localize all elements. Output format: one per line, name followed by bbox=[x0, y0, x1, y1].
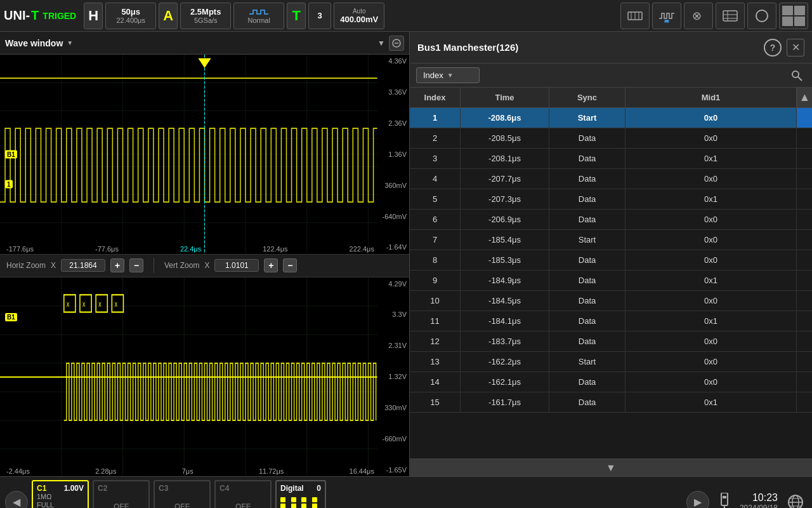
vert-zoom-value[interactable]: 1.0101 bbox=[214, 259, 259, 272]
lower-time-1: 2.28μs bbox=[95, 467, 116, 475]
ch1-marker: 1 bbox=[5, 180, 13, 188]
lower-time-0: -2.44μs bbox=[6, 467, 30, 475]
svg-rect-44 bbox=[64, 295, 75, 312]
c2-name: C2 bbox=[98, 484, 107, 493]
row-spacer bbox=[797, 392, 812, 412]
horiz-zoom-value[interactable]: 21.1864 bbox=[61, 259, 105, 272]
math-icon-btn[interactable]: ⊗ bbox=[684, 3, 713, 29]
waveform-icon-btn[interactable] bbox=[652, 3, 681, 29]
nav-prev-btn[interactable]: ◀ bbox=[5, 491, 28, 509]
lower-voltage-5: -660mV bbox=[382, 435, 407, 443]
lower-voltage-3: 1.32V bbox=[382, 373, 407, 380]
circle-icon-btn[interactable] bbox=[747, 3, 776, 29]
table-row[interactable]: 5 -207.3μs Data 0x1 bbox=[410, 189, 812, 210]
digital-dot-6 bbox=[301, 504, 306, 509]
index-dropdown[interactable]: Index ▼ bbox=[416, 67, 480, 83]
cell-sync: Start bbox=[549, 352, 625, 371]
sample-segment[interactable]: 2.5Mpts 5GSa/s bbox=[180, 3, 231, 29]
trigger-level-segment[interactable]: Auto 400.00mV bbox=[334, 3, 384, 29]
c4-val: OFF bbox=[235, 502, 251, 509]
wave-dropdown-btn[interactable]: ▼ bbox=[377, 39, 385, 48]
table-row[interactable]: 15 -161.7μs Data 0x1 bbox=[410, 392, 812, 413]
table-row[interactable]: 6 -206.9μs Data 0x0 bbox=[410, 210, 812, 230]
cell-time: -207.7μs bbox=[461, 169, 549, 189]
svg-rect-50 bbox=[112, 295, 123, 312]
cell-time: -208.5μs bbox=[461, 128, 549, 148]
c1-impedance: 1MΩ bbox=[37, 493, 84, 500]
lower-voltage-labels: 4.29V 3.3V 2.31V 1.32V 330mV -660mV -1.6… bbox=[382, 277, 407, 477]
b1-lower-marker: B1 bbox=[5, 313, 17, 321]
scroll-down-btn[interactable]: ▼ bbox=[410, 458, 812, 476]
globe-icon[interactable] bbox=[784, 491, 807, 509]
panel-close-btn[interactable]: ✕ bbox=[787, 39, 804, 57]
vert-zoom-minus[interactable]: − bbox=[283, 258, 297, 272]
lower-voltage-1: 3.3V bbox=[382, 311, 407, 318]
col-header-mid1: Mid1 bbox=[625, 88, 797, 107]
table-row[interactable]: 9 -184.9μs Data 0x1 bbox=[410, 271, 812, 291]
mode-segment[interactable]: Normal bbox=[233, 3, 284, 29]
cell-mid1: 0x0 bbox=[625, 372, 797, 392]
nav-next-btn[interactable]: ▶ bbox=[686, 491, 709, 509]
brand-unit: UNI- bbox=[4, 8, 30, 23]
c2-channel-block[interactable]: C2 OFF bbox=[93, 480, 150, 509]
trigger-num: 3 bbox=[318, 11, 322, 20]
trigger-level-label: Auto bbox=[353, 8, 366, 15]
decode-icon-btn[interactable] bbox=[716, 3, 745, 29]
table-row[interactable]: 4 -207.7μs Data 0x0 bbox=[410, 169, 812, 189]
usb-icon bbox=[713, 491, 736, 509]
table-row[interactable]: 11 -184.1μs Data 0x1 bbox=[410, 311, 812, 331]
table-row[interactable]: 14 -162.1μs Data 0x0 bbox=[410, 372, 812, 392]
horiz-zoom-plus[interactable]: + bbox=[110, 258, 124, 272]
wave-minimize-btn[interactable] bbox=[389, 36, 404, 51]
c3-channel-block[interactable]: C3 OFF bbox=[154, 480, 211, 509]
table-row[interactable]: 13 -162.2μs Start 0x0 bbox=[410, 352, 812, 372]
table-row[interactable]: 8 -185.3μs Data 0x0 bbox=[410, 250, 812, 271]
cell-sync: Data bbox=[549, 372, 625, 392]
voltage-label-6: -1.64V bbox=[382, 243, 407, 251]
scroll-up-btn[interactable]: ▲ bbox=[797, 88, 812, 107]
row-spacer bbox=[797, 352, 812, 371]
row-spacer bbox=[797, 271, 812, 290]
horiz-zoom-minus[interactable]: − bbox=[129, 258, 143, 272]
svg-rect-60 bbox=[723, 496, 726, 498]
c1-coupling: FULL bbox=[37, 501, 84, 509]
left-panel: Wave window ▼ ▼ bbox=[0, 32, 409, 476]
upper-waveform[interactable]: 4.36V 3.36V 2.36V 1.36V 360mV -640mV -1.… bbox=[0, 55, 409, 255]
cell-mid1: 0x0 bbox=[625, 291, 797, 311]
c1-channel-block[interactable]: C1 1.00V 1MΩ FULL 1X 0.00V bbox=[32, 480, 89, 509]
right-panel: Bus1 Manchester(126) ? ✕ Index ▼ Index bbox=[409, 32, 812, 476]
panel-help-btn[interactable]: ? bbox=[764, 39, 782, 57]
vert-zoom-plus[interactable]: + bbox=[264, 258, 278, 272]
mode-value bbox=[249, 7, 268, 17]
panel-header: Bus1 Manchester(126) ? ✕ bbox=[410, 32, 812, 64]
digital-block[interactable]: Digital 0 15 bbox=[275, 480, 326, 509]
search-btn[interactable] bbox=[788, 67, 806, 84]
grid-layout-btn[interactable] bbox=[779, 3, 808, 29]
cell-time: -207.3μs bbox=[461, 189, 549, 209]
trigger-num-segment[interactable]: 3 bbox=[308, 3, 331, 29]
cell-mid1: 0x1 bbox=[625, 311, 797, 331]
table-row[interactable]: 10 -184.5μs Data 0x0 bbox=[410, 291, 812, 311]
time-label-2: 22.4μs bbox=[180, 245, 201, 253]
vert-zoom-x: X bbox=[204, 261, 209, 270]
measure-icon-btn[interactable] bbox=[620, 3, 650, 29]
data-table[interactable]: Index Time Sync Mid1 ▲ 1 -208.6μs Start … bbox=[410, 88, 812, 458]
wave-window-header: Wave window ▼ ▼ bbox=[0, 32, 409, 55]
timebase-segment[interactable]: 50μs 22.400μs bbox=[105, 3, 156, 29]
wave-window-dropdown-arrow[interactable]: ▼ bbox=[67, 39, 73, 46]
svg-point-11 bbox=[756, 10, 768, 22]
table-row[interactable]: 1 -208.6μs Start 0x0 bbox=[410, 108, 812, 128]
t-label: T bbox=[287, 3, 306, 29]
lower-waveform[interactable]: x x x x 4.29V 3.3V 2.31V 1.32V 330mV -66… bbox=[0, 277, 409, 477]
voltage-label-2: 2.36V bbox=[382, 119, 407, 127]
cell-sync: Data bbox=[549, 250, 625, 270]
main-area: Wave window ▼ ▼ bbox=[0, 32, 812, 476]
table-row[interactable]: 3 -208.1μs Data 0x1 bbox=[410, 149, 812, 169]
table-row[interactable]: 7 -185.4μs Start 0x0 bbox=[410, 230, 812, 250]
wave-window-title: Wave window bbox=[5, 38, 63, 48]
table-row[interactable]: 12 -183.7μs Data 0x0 bbox=[410, 331, 812, 352]
cell-time: -183.7μs bbox=[461, 331, 549, 351]
svg-point-53 bbox=[792, 71, 799, 77]
table-row[interactable]: 2 -208.5μs Data 0x0 bbox=[410, 128, 812, 149]
c4-channel-block[interactable]: C4 OFF bbox=[214, 480, 272, 509]
